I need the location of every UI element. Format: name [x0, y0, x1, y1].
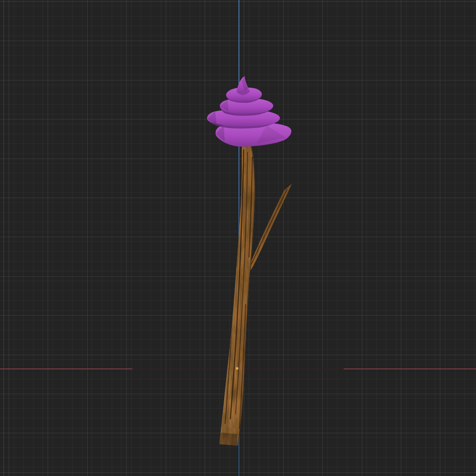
- tree-trunk: [205, 138, 305, 452]
- tree-object[interactable]: [205, 76, 305, 452]
- tree-canopy: [207, 76, 291, 147]
- viewport-3d[interactable]: [0, 0, 476, 476]
- origin-dot: [236, 367, 238, 370]
- scene-layer: [0, 0, 476, 476]
